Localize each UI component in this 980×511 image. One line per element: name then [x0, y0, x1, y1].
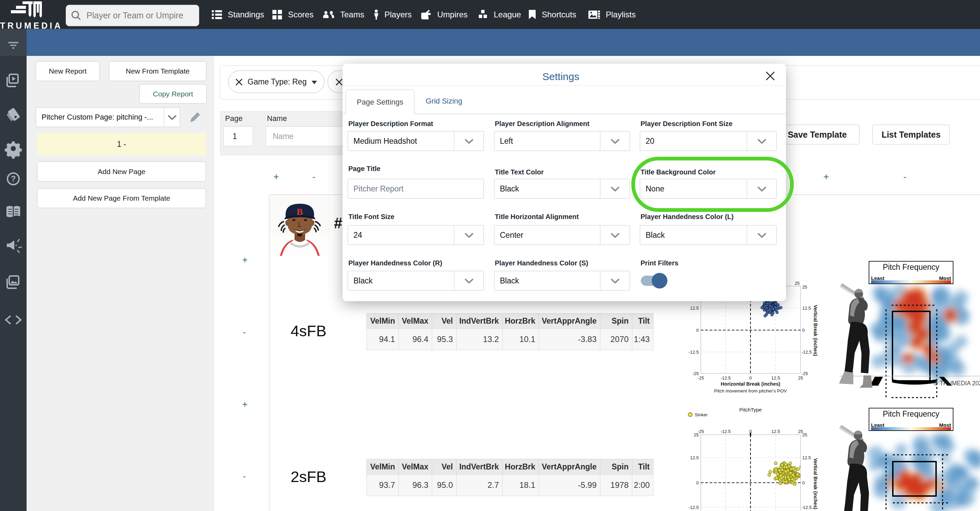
svg-text:-12.5: -12.5	[721, 429, 731, 434]
svg-text:12.5: 12.5	[802, 306, 811, 311]
svg-text:-12.5: -12.5	[689, 350, 699, 355]
svg-text:0: 0	[696, 480, 699, 486]
svg-text:Horizontal Break (inches): Horizontal Break (inches)	[721, 381, 780, 387]
svg-text:© TRUMEDIA 2024: © TRUMEDIA 2024	[934, 380, 980, 387]
svg-text:0: 0	[749, 429, 751, 434]
svg-text:12.5: 12.5	[771, 429, 780, 434]
svg-text:B: B	[297, 207, 303, 217]
svg-text:25: 25	[802, 432, 807, 438]
svg-text:0: 0	[802, 480, 805, 486]
svg-text:12.5: 12.5	[690, 306, 699, 311]
svg-text:Pitch movement from pitcher's: Pitch movement from pitcher's POV	[714, 388, 787, 393]
svg-text:0: 0	[749, 376, 751, 380]
svg-text:25: 25	[798, 376, 803, 380]
svg-text:Vertical Break (inches): Vertical Break (inches)	[813, 305, 818, 356]
svg-text:Vertical Break (inches): Vertical Break (inches)	[813, 458, 818, 509]
svg-text:25: 25	[694, 432, 699, 438]
svg-text:?: ?	[11, 174, 16, 183]
svg-text:TRUMEDIA: TRUMEDIA	[0, 21, 63, 29]
svg-text:25: 25	[795, 281, 800, 286]
svg-text:12.5: 12.5	[690, 455, 699, 460]
svg-text:Sinker: Sinker	[695, 412, 708, 417]
svg-text:25: 25	[802, 285, 807, 290]
svg-text:12.5: 12.5	[771, 376, 780, 380]
svg-text:PitchType: PitchType	[739, 407, 762, 412]
svg-text:-12.5: -12.5	[802, 505, 812, 510]
svg-text:0: 0	[802, 328, 805, 333]
svg-text:-12.5: -12.5	[721, 376, 731, 380]
svg-text:-25: -25	[802, 371, 808, 376]
svg-text:-12.5: -12.5	[689, 505, 699, 510]
svg-text:12.5: 12.5	[802, 455, 811, 460]
svg-text:0: 0	[696, 328, 699, 333]
svg-text:-25: -25	[698, 376, 704, 380]
svg-text:-25: -25	[692, 371, 699, 376]
svg-text:-12.5: -12.5	[802, 350, 812, 355]
